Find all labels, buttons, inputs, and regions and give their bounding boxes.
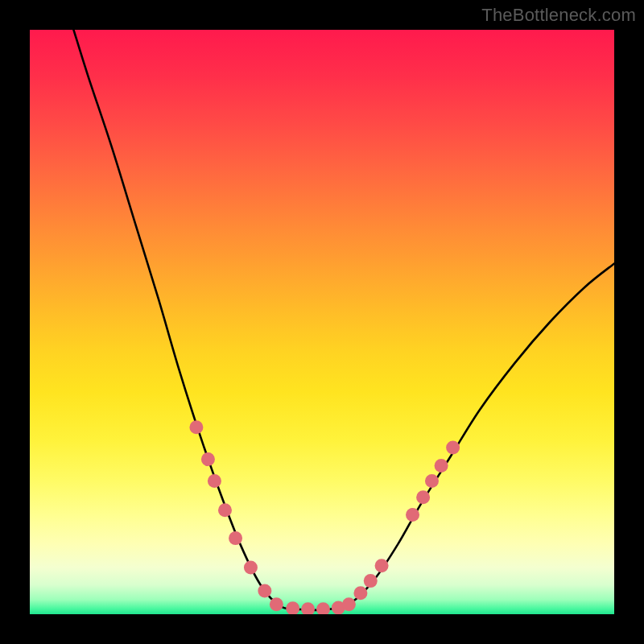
data-dot — [425, 474, 439, 488]
data-dot — [375, 559, 389, 572]
data-dot — [416, 490, 430, 504]
dots-layer — [30, 30, 614, 614]
chart-frame: TheBottleneck.com — [0, 0, 644, 644]
plot-area — [30, 30, 614, 614]
data-dot — [316, 602, 330, 614]
data-dot — [364, 574, 378, 588]
watermark-text: TheBottleneck.com — [481, 5, 636, 26]
data-dot — [353, 586, 367, 600]
data-dot — [342, 597, 356, 611]
data-dot — [218, 503, 232, 517]
data-dot — [446, 441, 460, 455]
data-dot — [244, 560, 258, 574]
data-dot — [201, 452, 215, 466]
data-dot — [286, 601, 299, 614]
data-dot — [208, 474, 221, 488]
data-dot — [229, 531, 242, 545]
data-dot — [435, 459, 448, 473]
data-dot — [258, 584, 271, 597]
data-dot — [301, 602, 315, 614]
data-dot — [189, 420, 203, 434]
data-dot — [406, 508, 419, 522]
data-dot — [270, 597, 283, 611]
